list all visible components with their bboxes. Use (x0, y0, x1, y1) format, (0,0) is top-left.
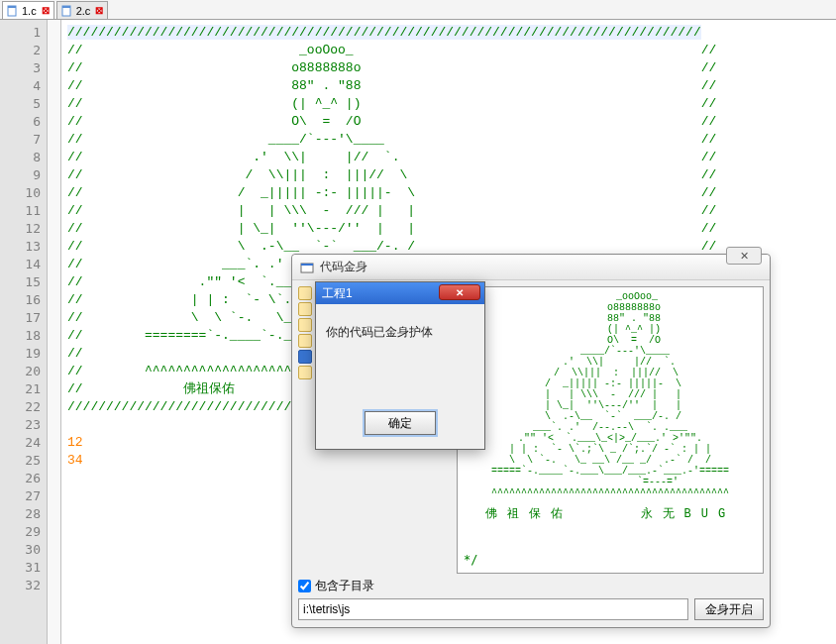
dialog-message: 你的代码已金身护体 (316, 304, 484, 411)
window-close-button[interactable]: ✕ (726, 247, 762, 265)
close-icon: ✕ (740, 250, 749, 263)
tab-bar: 1.c ⊠ 2.c ⊠ (0, 0, 836, 20)
close-icon: ✕ (456, 287, 464, 298)
dialog-project1: 工程1 ✕ 你的代码已金身护体 确定 (315, 281, 485, 450)
window-titlebar[interactable]: 代码金身 (292, 255, 770, 280)
bottom-controls: 包含子目录 金身开启 (298, 578, 764, 621)
svg-rect-5 (301, 264, 313, 266)
dialog-titlebar[interactable]: 工程1 ✕ (316, 282, 484, 304)
close-icon[interactable]: ⊠ (95, 5, 103, 16)
ok-button[interactable]: 确定 (365, 411, 436, 435)
include-subdir-checkbox[interactable]: 包含子目录 (298, 578, 764, 594)
window-title: 代码金身 (320, 259, 367, 275)
svg-rect-3 (62, 6, 70, 8)
app-icon (300, 261, 314, 274)
comment-end: */ (464, 553, 477, 567)
checkbox-label: 包含子目录 (315, 578, 374, 594)
path-input[interactable] (298, 598, 688, 620)
line-gutter: 1234567891011121314151617181920212223242… (0, 20, 48, 644)
fold-column (48, 20, 61, 644)
file-list-stub (298, 286, 312, 395)
file-icon (7, 5, 19, 17)
tab-file-2[interactable]: 2.c ⊠ (56, 1, 109, 19)
preview-pane: _ooOoo_ o8888888o 88" . "88 (| ^_^ |) O\… (457, 286, 764, 574)
buddha-ascii-art: _ooOoo_ o8888888o 88" . "88 (| ^_^ |) O\… (458, 287, 763, 520)
golden-enable-button[interactable]: 金身开启 (694, 598, 764, 620)
svg-rect-1 (8, 6, 16, 8)
close-icon[interactable]: ⊠ (42, 5, 50, 16)
tab-file-1[interactable]: 1.c ⊠ (2, 1, 54, 19)
dialog-close-button[interactable]: ✕ (439, 284, 480, 300)
tab-label: 2.c (76, 5, 91, 17)
tab-label: 1.c (22, 5, 37, 17)
file-icon (61, 5, 73, 17)
checkbox-input[interactable] (298, 580, 311, 592)
dialog-title: 工程1 (322, 285, 353, 302)
